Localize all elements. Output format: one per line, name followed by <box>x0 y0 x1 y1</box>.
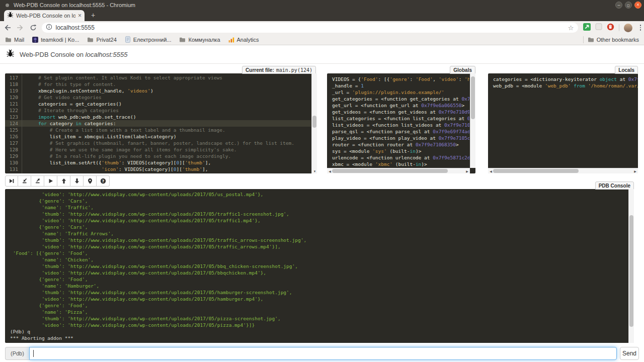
scrollbar-thumb[interactable] <box>471 76 475 119</box>
scroll-right-icon[interactable]: ▶ <box>464 169 470 173</box>
pdb-console-label: PDB Console <box>595 182 634 190</box>
console-vertical-scrollbar[interactable] <box>628 189 634 343</box>
line-number: 127 <box>5 140 22 146</box>
debugger-toolbar: ? <box>5 175 110 187</box>
globals-lines: VIDEOS = {'Food': [{'genre': 'Food', 'vi… <box>327 73 469 168</box>
code-line: 124 for category in categories: <box>5 120 311 127</box>
bookmark-item[interactable]: Mail <box>5 37 24 43</box>
continue-button[interactable] <box>44 175 57 187</box>
other-bookmarks-label: Other bookmarks <box>597 37 639 43</box>
window-title: Web-PDB Console on localhost:5555 - Chro… <box>14 2 135 8</box>
step-button[interactable] <box>18 175 31 187</box>
globals-vertical-scrollbar[interactable] <box>470 73 475 168</box>
line-number: 118 <box>5 81 22 87</box>
pdb-prompt-label: (Pdb) <box>5 347 29 360</box>
browser-toolbar: localhost:5555 <box>0 21 644 34</box>
bookmark-item[interactable]: Коммуналка <box>179 37 220 43</box>
scrollbar-thumb[interactable] <box>493 169 579 173</box>
help-button[interactable]: ? <box>97 175 110 187</box>
scroll-down-icon[interactable]: ▼ <box>312 170 317 173</box>
folder-icon <box>5 37 12 43</box>
command-input-wrapper <box>29 347 617 360</box>
back-button[interactable] <box>2 23 13 33</box>
variable-line: categories = <dictionary-keyiterator obj… <box>493 76 638 82</box>
console-line: {'genre': 'Cars', <box>10 198 628 204</box>
code-line: 132 'fanart': VIDEOS[category][0]['thumb… <box>5 172 311 173</box>
bookmark-star-icon[interactable] <box>568 24 574 32</box>
console-line: {'genre': 'Food', <box>10 276 628 283</box>
tab-bar: Web-PDB Console on loca <box>0 10 644 21</box>
code-vertical-scrollbar[interactable]: ▼ <box>311 73 317 173</box>
code-line: 117 # Set plugin content. It allows Kodi… <box>5 74 311 81</box>
bookmark-label: Mail <box>14 37 24 43</box>
close-window-button[interactable] <box>634 2 641 9</box>
tab-close-icon[interactable] <box>78 13 82 19</box>
locals-horizontal-scrollbar[interactable]: ◀ ▶ <box>488 168 638 173</box>
page-info-icon[interactable] <box>46 23 52 32</box>
forward-button[interactable] <box>15 23 26 33</box>
variable-line: web_pdb = <module 'web_pdb' from '/home/… <box>493 82 638 89</box>
scrollbar-thumb[interactable] <box>332 169 448 173</box>
bookmark-item[interactable]: Analytics <box>228 37 259 43</box>
arrow-down-icon <box>74 178 80 184</box>
console-line: {'genre': 'Food', <box>10 302 628 309</box>
line-number: 122 <box>5 107 22 114</box>
console-line: 'name': 'Chicken', <box>10 256 628 263</box>
omnibox[interactable]: localhost:5555 <box>42 23 578 33</box>
next-button[interactable] <box>5 175 18 187</box>
down-button[interactable] <box>70 175 84 187</box>
maximize-button[interactable] <box>625 2 632 9</box>
folder-icon <box>87 37 94 43</box>
profile-avatar[interactable] <box>624 24 632 32</box>
console-line: *** Aborting addon *** <box>10 335 628 341</box>
reload-button[interactable] <box>28 23 39 33</box>
globals-panel: Globals VIDEOS = {'Food': [{'genre': 'Fo… <box>327 73 475 173</box>
page-title: Web-PDB Console on localhost:5555 <box>20 51 127 58</box>
tab-title: Web-PDB Console on loca <box>16 13 75 19</box>
browser-tab[interactable]: Web-PDB Console on loca <box>4 10 85 21</box>
scrollbar-thumb[interactable] <box>629 215 633 327</box>
line-number: 129 <box>5 153 22 159</box>
bookmark-item[interactable]: Електронний... <box>125 36 172 43</box>
console-line: 'Food': [{'genre': 'Food', <box>10 250 628 256</box>
command-input[interactable] <box>30 347 616 359</box>
variable-line: sys = <module 'sys' (built-in)> <box>332 148 469 154</box>
console-line: 'thumb': 'http://www.vidsplay.com/wp-con… <box>10 315 628 322</box>
variable-line: get_categories = <function get_categorie… <box>332 96 469 102</box>
bookmark-item[interactable]: teamkodi | Ko... <box>32 37 79 43</box>
browser-menu-button[interactable] <box>637 25 644 31</box>
code-line: 125 # Create a list item with a text lab… <box>5 127 311 133</box>
globals-label: Globals <box>450 66 475 74</box>
code-line: 129 # In a real-life plugin you need to … <box>5 153 311 159</box>
adblock-icon[interactable] <box>607 23 614 33</box>
bookmark-item[interactable]: Privat24 <box>87 37 116 43</box>
svg-text:?: ? <box>102 179 104 184</box>
console-line: (Pdb) q <box>10 328 628 335</box>
scrollbar-thumb[interactable] <box>312 116 316 128</box>
kodi-favicon <box>32 37 38 43</box>
line-number: 126 <box>5 133 22 140</box>
text-caret <box>33 350 34 357</box>
bookmark-label: Analytics <box>237 37 259 43</box>
window-dot-icon <box>6 4 9 7</box>
extension-disabled-icon[interactable] <box>595 23 602 32</box>
variable-line: _handle = 1 <box>332 82 469 89</box>
minimize-button[interactable] <box>615 2 622 9</box>
code-line: 122 # Iterate through categories <box>5 107 311 114</box>
where-button[interactable] <box>84 175 97 187</box>
line-number: 123 <box>5 114 22 120</box>
other-bookmarks-button[interactable]: Other bookmarks <box>588 37 639 43</box>
up-button[interactable] <box>57 175 70 187</box>
globals-horizontal-scrollbar[interactable]: ◀ ▶ <box>327 168 470 173</box>
step-forward-icon <box>9 178 15 184</box>
url-text[interactable]: localhost:5555 <box>56 24 565 31</box>
new-tab-button[interactable] <box>89 11 98 19</box>
send-button[interactable]: Send <box>620 347 639 360</box>
extension-green-icon[interactable] <box>583 23 591 33</box>
return-button[interactable] <box>31 175 44 187</box>
code-line: 131 'icon': VIDEOS[category][0]['thumb']… <box>5 166 311 172</box>
variable-line: VIDEOS = {'Food': [{'genre': 'Food', 'vi… <box>332 76 469 82</box>
line-number: 132 <box>5 172 22 173</box>
scroll-right-icon[interactable]: ▶ <box>632 169 638 173</box>
console-lines: 'video': 'http://www.vidsplay.com/wp-con… <box>5 189 628 343</box>
